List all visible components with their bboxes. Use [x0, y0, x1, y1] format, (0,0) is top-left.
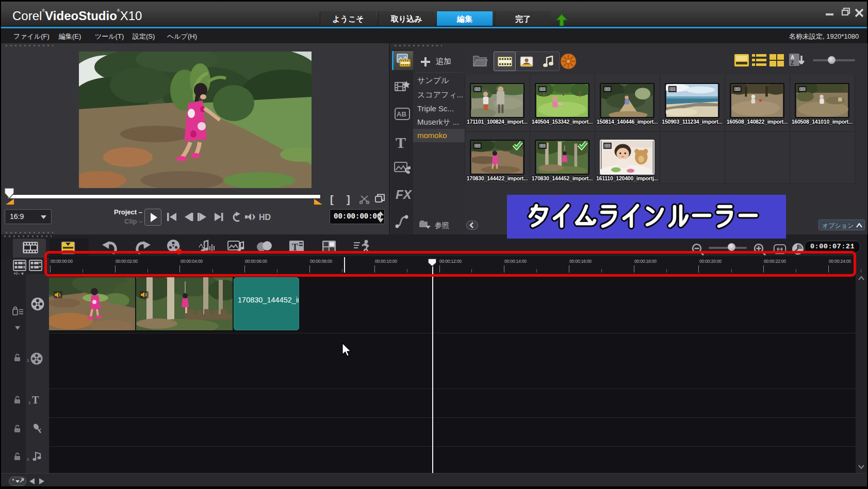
svg-text:AB: AB — [397, 110, 406, 118]
svg-text:A: A — [791, 55, 794, 60]
svg-text:Z: Z — [791, 60, 794, 66]
svg-text:HD: HD — [259, 213, 271, 222]
